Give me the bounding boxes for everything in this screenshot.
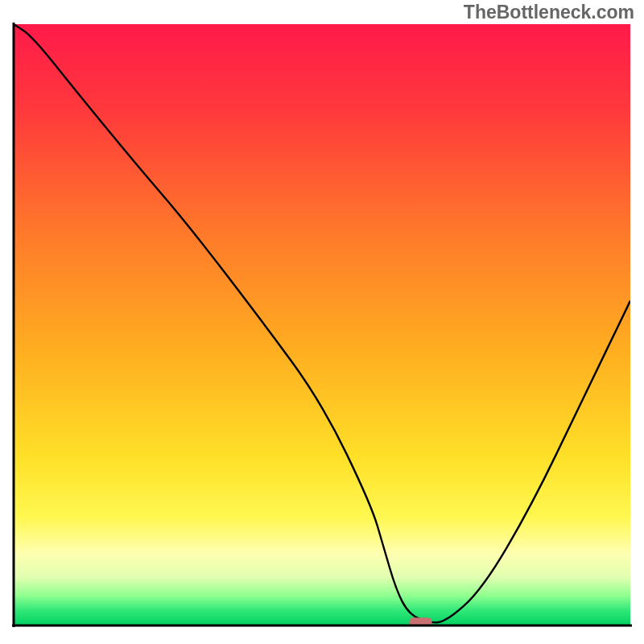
watermark-text: TheBottleneck.com (464, 2, 634, 23)
chart-container: TheBottleneck.com (0, 0, 644, 644)
bottleneck-chart (0, 0, 644, 644)
gradient-background (14, 24, 630, 625)
